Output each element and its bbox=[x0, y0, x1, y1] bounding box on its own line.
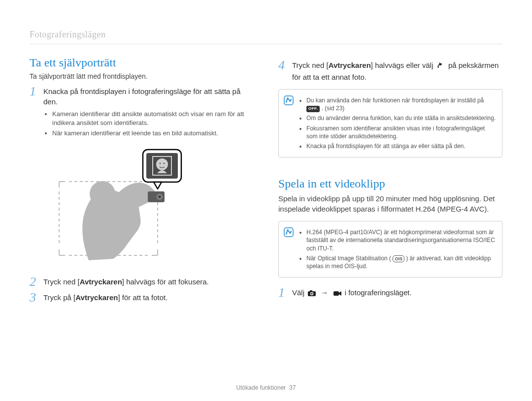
svg-point-11 bbox=[156, 158, 168, 170]
text: Tryck ned [ bbox=[292, 61, 329, 69]
section-title-video: Spela in ett videoklipp bbox=[278, 177, 502, 190]
text: Du kan använda den här funktionen när fr… bbox=[306, 97, 484, 104]
off-chip-icon: OFF. bbox=[306, 106, 320, 112]
footer-page-number: 37 bbox=[289, 384, 296, 391]
step-2: 2 Tryck ned [Avtryckaren] halvvägs för a… bbox=[30, 277, 254, 288]
shutter-bold: Avtryckaren bbox=[75, 293, 118, 302]
page-footer: Utökade funktioner 37 bbox=[0, 384, 532, 391]
text: ] halvvägs eller välj bbox=[371, 61, 435, 69]
step-body: Tryck ned [Avtryckaren] halvvägs eller v… bbox=[292, 60, 502, 82]
right-column: 4 Tryck ned [Avtryckaren] halvvägs eller… bbox=[278, 56, 502, 305]
intro-selfportrait: Ta självporträtt lätt med frontdisplayen… bbox=[30, 72, 254, 80]
note-box-selfportrait: Du kan använda den här funktionen när fr… bbox=[278, 89, 502, 157]
breadcrumb: Fotograferingslägen bbox=[30, 30, 502, 44]
step-number: 3 bbox=[30, 291, 43, 304]
video-icon bbox=[333, 289, 342, 299]
note-icon bbox=[284, 227, 294, 272]
left-column: Ta ett självporträtt Ta självporträtt lä… bbox=[30, 56, 254, 305]
shutter-bold: Avtryckaren bbox=[329, 61, 371, 69]
svg-rect-20 bbox=[333, 291, 339, 296]
text: . (sid 23) bbox=[322, 105, 345, 112]
text: i fotograferingsläget. bbox=[345, 288, 412, 297]
shutter-bold: Avtryckaren bbox=[80, 278, 122, 286]
note-box-video: H.264 (MPEG-4 part10/AVC) är ett högkomp… bbox=[278, 221, 502, 278]
list-item: Knacka på frontdisplayen för att stänga … bbox=[306, 142, 496, 150]
list-item: När Optical Image Stabilisation ( OIS ) … bbox=[306, 254, 496, 270]
svg-point-4 bbox=[90, 181, 115, 207]
step-number: 1 bbox=[278, 286, 292, 299]
video-step-1: 1 Välj → i fotograferingsläget. bbox=[278, 287, 502, 299]
text: När Optical Image Stabilisation ( bbox=[306, 255, 391, 262]
svg-rect-17 bbox=[310, 290, 312, 292]
svg-point-7 bbox=[158, 195, 161, 198]
svg-rect-14 bbox=[284, 96, 293, 105]
step-3: 3 Tryck på [Avtryckaren] för att ta foto… bbox=[30, 292, 254, 304]
text: Tryck ned [ bbox=[43, 278, 80, 286]
list-item: Fokusramen som identifierar ansikten vis… bbox=[306, 124, 496, 140]
step-body: Tryck ned [Avtryckaren] halvvägs för att… bbox=[43, 277, 254, 287]
step-1: 1 Knacka på frontdisplayen i fotograferi… bbox=[30, 86, 254, 107]
footer-text: Utökade funktioner bbox=[236, 384, 286, 391]
note-icon bbox=[284, 95, 294, 152]
step-body: Knacka på frontdisplayen i fotografering… bbox=[43, 86, 254, 107]
text: ] för att ta fotot. bbox=[118, 293, 167, 302]
step-4: 4 Tryck ned [Avtryckaren] halvvägs eller… bbox=[278, 60, 502, 82]
self-portrait-illustration bbox=[44, 145, 254, 270]
step-body: Tryck på [Avtryckaren] för att ta fotot. bbox=[43, 292, 254, 303]
list-item: Kameran identifierar ditt ansikte automa… bbox=[52, 110, 254, 127]
ois-chip-icon: OIS bbox=[393, 255, 404, 262]
arrow-icon: → bbox=[321, 288, 328, 297]
intro-video: Spela in videoklipp på upp till 20 minut… bbox=[278, 193, 502, 214]
retake-icon bbox=[436, 62, 445, 72]
svg-rect-15 bbox=[284, 228, 293, 237]
step-number: 4 bbox=[278, 59, 292, 72]
svg-point-12 bbox=[160, 162, 161, 163]
step-body: Välj → i fotograferingsläget. bbox=[292, 287, 502, 299]
list-item: När kameran identifierar ett leende tas … bbox=[52, 129, 254, 138]
svg-point-19 bbox=[311, 293, 313, 295]
text: Välj bbox=[292, 288, 306, 297]
text: Tryck på [ bbox=[43, 293, 75, 302]
svg-point-13 bbox=[164, 162, 165, 163]
list-item: Du kan använda den här funktionen när fr… bbox=[306, 96, 496, 112]
section-title-selfportrait: Ta ett självporträtt bbox=[30, 56, 254, 69]
step-1-sublist: Kameran identifierar ditt ansikte automa… bbox=[43, 110, 254, 138]
text: ] halvvägs för att fokusera. bbox=[122, 278, 209, 286]
step-number: 2 bbox=[30, 276, 43, 288]
camera-icon bbox=[307, 289, 316, 299]
list-item: H.264 (MPEG-4 part10/AVC) är ett högkomp… bbox=[306, 228, 496, 252]
step-number: 1 bbox=[30, 85, 43, 98]
list-item: Om du använder denna funktion, kan du in… bbox=[306, 114, 496, 122]
